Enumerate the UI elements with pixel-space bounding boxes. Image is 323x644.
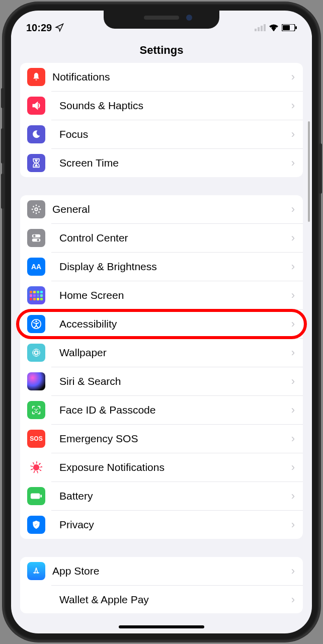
svg-point-16 <box>33 351 40 354</box>
row-siri-search[interactable]: Siri & Search › <box>51 367 303 395</box>
svg-point-19 <box>37 409 38 410</box>
general-icon <box>27 200 45 218</box>
chevron-right-icon: › <box>291 99 295 112</box>
row-label: Screen Time <box>59 157 291 169</box>
chevron-right-icon: › <box>291 128 295 141</box>
row-label: Wallet & Apple Pay <box>59 594 291 606</box>
exposure-notifications-icon <box>27 458 45 476</box>
sounds-icon <box>27 97 45 115</box>
row-label: Sounds & Haptics <box>59 100 291 112</box>
svg-point-17 <box>35 349 38 357</box>
svg-rect-20 <box>31 493 40 499</box>
row-label: Notifications <box>52 71 291 83</box>
row-face-id-passcode[interactable]: Face ID & Passcode › <box>51 395 303 424</box>
chevron-right-icon: › <box>291 231 295 245</box>
notifications-icon <box>27 68 45 86</box>
emergency-sos-icon: SOS <box>27 430 45 448</box>
row-general[interactable]: General › <box>20 195 303 223</box>
screen-time-icon <box>27 154 45 172</box>
volume-down-button <box>1 174 4 209</box>
app-store-icon <box>27 562 45 580</box>
chevron-right-icon: › <box>291 490 295 503</box>
privacy-icon <box>27 516 45 534</box>
svg-point-9 <box>33 235 36 237</box>
siri-icon <box>27 372 45 390</box>
phone-frame: 10:29 Settings Notifications › <box>3 3 320 641</box>
page-title: Settings <box>11 36 312 63</box>
row-label: App Store <box>52 565 291 577</box>
svg-point-7 <box>35 208 38 211</box>
row-battery[interactable]: Battery › <box>51 481 303 510</box>
row-label: General <box>52 203 291 215</box>
svg-rect-1 <box>258 27 260 31</box>
chevron-right-icon: › <box>291 461 295 474</box>
chevron-right-icon: › <box>291 289 295 302</box>
row-label: Home Screen <box>59 289 291 301</box>
row-label: Siri & Search <box>59 375 291 387</box>
svg-rect-0 <box>255 29 257 31</box>
svg-rect-5 <box>283 25 290 30</box>
row-wallet-apple-pay[interactable]: Wallet & Apple Pay › <box>51 585 303 613</box>
row-wallpaper[interactable]: Wallpaper › <box>51 338 303 367</box>
settings-list[interactable]: Notifications › Sounds & Haptics › Focus… <box>11 63 312 630</box>
row-label: Focus <box>59 128 291 140</box>
svg-rect-21 <box>40 495 42 498</box>
row-label: Battery <box>59 490 291 502</box>
row-sounds-haptics[interactable]: Sounds & Haptics › <box>51 91 303 120</box>
chevron-right-icon: › <box>291 156 295 170</box>
row-exposure-notifications[interactable]: Exposure Notifications › <box>51 453 303 481</box>
svg-rect-2 <box>261 26 263 31</box>
cellular-icon <box>255 24 266 31</box>
mute-switch <box>1 88 4 108</box>
home-screen-icon <box>27 286 45 304</box>
chevron-right-icon: › <box>291 518 295 531</box>
face-id-icon <box>27 401 45 419</box>
screen: 10:29 Settings Notifications › <box>11 11 312 633</box>
chevron-right-icon: › <box>291 565 295 578</box>
battery-icon <box>27 487 45 505</box>
chevron-right-icon: › <box>291 70 295 84</box>
control-center-icon <box>27 229 45 247</box>
row-app-store[interactable]: App Store › <box>20 557 303 585</box>
row-label: Face ID & Passcode <box>59 404 291 416</box>
row-control-center[interactable]: Control Center › <box>51 223 303 252</box>
focus-icon <box>27 125 45 143</box>
scrollbar[interactable] <box>308 121 310 222</box>
row-label: Display & Brightness <box>59 261 291 273</box>
display-brightness-icon: AA <box>27 258 45 276</box>
row-display-brightness[interactable]: AA Display & Brightness › <box>51 252 303 281</box>
chevron-right-icon: › <box>291 317 295 331</box>
row-home-screen[interactable]: Home Screen › <box>51 281 303 309</box>
row-accessibility[interactable]: Accessibility › <box>51 309 303 338</box>
row-label: Accessibility <box>59 318 291 330</box>
status-time: 10:29 <box>26 22 52 34</box>
row-privacy[interactable]: Privacy › <box>51 510 303 539</box>
settings-group-1: Notifications › Sounds & Haptics › Focus… <box>20 63 303 177</box>
row-label: Wallpaper <box>59 347 291 359</box>
row-screen-time[interactable]: Screen Time › <box>51 148 303 177</box>
volume-up-button <box>1 128 4 164</box>
chevron-right-icon: › <box>291 593 295 606</box>
sos-text: SOS <box>30 435 42 442</box>
svg-point-11 <box>37 239 39 242</box>
svg-point-13 <box>35 320 37 323</box>
settings-group-3: App Store › Wallet & Apple Pay › <box>20 557 303 613</box>
wifi-icon <box>269 24 279 32</box>
power-button <box>319 143 322 194</box>
chevron-right-icon: › <box>291 346 295 359</box>
chevron-right-icon: › <box>291 404 295 417</box>
row-label: Emergency SOS <box>59 433 291 445</box>
chevron-right-icon: › <box>291 375 295 388</box>
battery-icon <box>282 24 297 31</box>
row-focus[interactable]: Focus › <box>51 120 303 148</box>
svg-rect-3 <box>264 24 266 31</box>
settings-group-2: General › Control Center › AA Display & … <box>20 195 303 539</box>
svg-point-18 <box>34 409 35 410</box>
chevron-right-icon: › <box>291 203 295 216</box>
home-indicator[interactable] <box>119 625 204 628</box>
row-notifications[interactable]: Notifications › <box>20 63 303 91</box>
row-emergency-sos[interactable]: SOS Emergency SOS › <box>51 424 303 453</box>
svg-point-15 <box>33 349 40 357</box>
notch <box>104 11 219 29</box>
chevron-right-icon: › <box>291 432 295 445</box>
